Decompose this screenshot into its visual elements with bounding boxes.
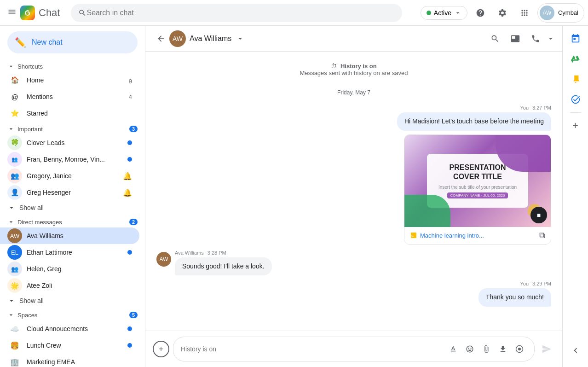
chat-search-icon[interactable]	[486, 29, 504, 48]
sidebar-item-ethan-lattimore[interactable]: EL Ethan Lattimore	[0, 244, 139, 261]
help-icon[interactable]	[471, 4, 490, 22]
dm-show-all-button[interactable]: Show all	[0, 294, 145, 308]
chevron-down-spaces-icon	[7, 311, 15, 319]
atee-zoli-icon: 🌟	[7, 278, 22, 293]
ethan-lattimore-icon: EL	[7, 245, 22, 260]
lunch-crew-icon: 🍔	[7, 338, 22, 353]
sidebar-item-greg-hesenger[interactable]: 👤 Greg Hesenger 🔔	[0, 184, 139, 201]
msg-3-meta: You 3:29 PM	[520, 281, 551, 286]
active-status-button[interactable]: Active	[421, 6, 467, 20]
google-icon	[20, 6, 35, 20]
emoji-icon[interactable]	[462, 342, 477, 356]
msg-2-sender: Ava Williams	[175, 250, 204, 256]
sidebar-item-clover-leads[interactable]: 🍀 Clover Leads	[0, 134, 139, 151]
keep-icon[interactable]	[566, 70, 585, 88]
account-button[interactable]: AW Cymbal	[537, 3, 584, 23]
contact-header[interactable]: AW Ava Williams	[169, 30, 486, 47]
attachment-footer: G Machine learning intro... ⧉	[404, 227, 551, 244]
message-2: AW Ava Williams 3:28 PM Sounds good! I'l…	[156, 250, 551, 276]
important-show-all-button[interactable]: Show all	[0, 201, 145, 215]
msg-1-attachment[interactable]: PRESENTATIONCOVER TITLE Insert the sub t…	[404, 134, 551, 245]
gregory-janice-icon: 👥	[7, 169, 22, 183]
chevron-down-show-all-icon	[7, 204, 16, 212]
add-button[interactable]: +	[153, 341, 169, 357]
attachment-name: G Machine learning intro...	[410, 232, 484, 239]
send-button[interactable]	[538, 341, 555, 357]
right-sidebar-bottom	[566, 341, 585, 367]
meet-icon[interactable]	[512, 342, 527, 356]
avatar: AW	[540, 6, 554, 20]
message-input[interactable]	[181, 345, 442, 353]
sidebar-item-lunch-crew[interactable]: 🍔 Lunch Crew	[0, 337, 139, 354]
important-header-left: Important	[7, 125, 43, 133]
phone-icon[interactable]	[526, 29, 545, 48]
dm-header-left: Direct messages	[7, 218, 62, 226]
msg-1-time: 3:27 PM	[532, 105, 551, 111]
settings-icon[interactable]	[493, 4, 512, 22]
search-input[interactable]	[86, 9, 395, 17]
lunch-crew-label: Lunch Crew	[27, 342, 123, 349]
cloud-announcements-label: Cloud Annoucements	[27, 325, 123, 332]
msg-3-time: 3:29 PM	[532, 281, 551, 286]
sidebar-item-marketing-emea[interactable]: 🏢 Marketing EMEA	[0, 354, 139, 367]
right-add-button[interactable]: +	[566, 117, 585, 135]
contact-avatar: AW	[169, 30, 186, 47]
copy-link-icon[interactable]: ⧉	[539, 231, 545, 240]
msg-2-bubble: Sounds good! I'll take a look.	[175, 257, 272, 276]
sidebar-item-atee-zoli[interactable]: 🌟 Atee Zoli	[0, 277, 139, 294]
attachment-preview: PRESENTATIONCOVER TITLE Insert the sub t…	[404, 135, 551, 227]
important-badge: 3	[129, 126, 138, 132]
stop-button[interactable]: ■	[530, 207, 547, 223]
video-call-icon[interactable]	[506, 29, 525, 48]
tasks-icon[interactable]	[566, 90, 585, 109]
message-input-box[interactable]	[173, 337, 535, 361]
new-chat-button[interactable]: ✏️ New chat	[7, 31, 138, 53]
apps-icon[interactable]	[515, 4, 534, 22]
marketing-emea-icon: 🏢	[7, 355, 22, 367]
msg-2-time: 3:28 PM	[208, 250, 226, 256]
contact-chevron-icon	[236, 35, 244, 43]
menu-icon[interactable]	[4, 4, 20, 22]
important-label: Important	[17, 126, 43, 133]
home-badge: 9	[129, 78, 132, 82]
left-sidebar: ✏️ New chat Shortcuts 🏠 Home 9 @ Mention…	[0, 26, 145, 367]
right-sidebar: +	[562, 26, 588, 367]
search-bar[interactable]	[71, 4, 402, 22]
chat-header: AW Ava Williams	[145, 26, 562, 52]
sidebar-item-home[interactable]: 🏠 Home 9	[0, 72, 139, 88]
input-actions	[446, 342, 527, 356]
presentation-subtitle: Insert the sub title of your presentatio…	[438, 185, 517, 190]
sidebar-item-fran-group[interactable]: 👥 Fran, Benny, Monroe, Vin...	[0, 151, 139, 168]
ava-williams-icon: AW	[7, 228, 22, 243]
msg-1-meta: You 3:27 PM	[520, 105, 551, 111]
attachment-card[interactable]: PRESENTATIONCOVER TITLE Insert the sub t…	[404, 134, 551, 245]
sidebar-item-ava-williams[interactable]: AW Ava Williams	[0, 227, 139, 244]
spaces-label: Spaces	[17, 312, 37, 319]
message-3: You 3:29 PM Thank you so much!	[156, 281, 551, 307]
msg-1-bubble: Hi Madision! Let's touch base before the…	[397, 112, 551, 131]
sidebar-item-mentions[interactable]: @ Mentions 4	[0, 88, 139, 105]
sidebar-item-starred[interactable]: ⭐ Starred	[0, 105, 139, 122]
history-saved-label: Messages sent with history on are saved	[300, 70, 408, 76]
expand-sidebar-icon[interactable]	[566, 341, 585, 360]
dm-badge: 2	[129, 219, 138, 225]
presentation-badge: COMPANY NAME · JUL 00, 2020	[447, 192, 507, 198]
important-section-header[interactable]: Important 3	[0, 122, 145, 134]
format-text-icon[interactable]	[446, 342, 461, 356]
upload-icon[interactable]	[496, 342, 510, 356]
right-sidebar-divider	[570, 112, 581, 113]
sidebar-item-helen-greg[interactable]: 👥 Helen, Greg	[0, 261, 139, 277]
sidebar-item-cloud-announcements[interactable]: ☁️ Cloud Annoucements	[0, 320, 139, 337]
chevron-down-dm-show-all-icon	[7, 297, 16, 305]
svg-point-3	[518, 348, 521, 350]
sidebar-item-gregory-janice[interactable]: 👥 Gregory, Janice 🔔	[0, 168, 139, 184]
attachment-icon[interactable]	[479, 342, 494, 356]
new-chat-icon: ✏️	[15, 37, 26, 48]
dm-section-header[interactable]: Direct messages 2	[0, 215, 145, 227]
calendar-icon[interactable]	[566, 29, 585, 48]
msg-2-meta: Ava Williams 3:28 PM	[175, 250, 272, 256]
drive-icon[interactable]	[566, 50, 585, 68]
back-button[interactable]	[153, 30, 169, 47]
spaces-section-header[interactable]: Spaces 5	[0, 308, 145, 320]
shortcuts-section[interactable]: Shortcuts	[0, 59, 145, 72]
